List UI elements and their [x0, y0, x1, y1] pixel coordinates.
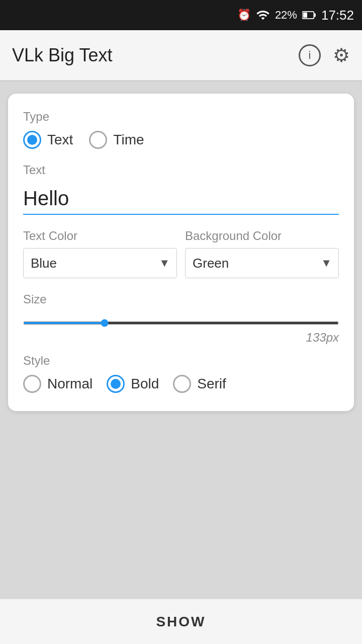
signal-icon	[256, 8, 270, 22]
size-display: 133px	[306, 331, 339, 344]
style-normal-option[interactable]: Normal	[23, 375, 93, 393]
show-button[interactable]: SHOW	[0, 599, 362, 644]
type-label: Type	[23, 110, 339, 124]
text-color-field: Text Color Blue Red Green Black White Ye…	[23, 229, 177, 278]
style-serif-option[interactable]: Serif	[173, 375, 226, 393]
color-row: Text Color Blue Red Green Black White Ye…	[23, 229, 339, 278]
status-time: 17:52	[321, 8, 354, 23]
svg-rect-2	[303, 13, 307, 18]
app-title: VLk Big Text	[12, 45, 299, 66]
bottom-bar: SHOW	[0, 599, 362, 644]
slider-container	[23, 317, 339, 327]
battery-text: 22%	[275, 9, 297, 22]
size-slider[interactable]	[23, 321, 339, 325]
bg-color-select[interactable]: Green Blue Red Black White Yellow	[185, 248, 339, 278]
text-label: Text	[23, 163, 339, 177]
style-serif-radio[interactable]	[173, 375, 191, 393]
style-bold-radio[interactable]	[107, 375, 125, 393]
size-label: Size	[23, 292, 47, 306]
text-input-wrapper	[23, 184, 339, 215]
size-label-row: Size	[23, 292, 339, 313]
bg-color-dropdown-wrapper: Green Blue Red Black White Yellow ▼	[185, 248, 339, 278]
alarm-icon: ⏰	[237, 9, 251, 22]
style-normal-radio[interactable]	[23, 375, 41, 393]
app-bar: VLk Big Text i ⚙	[0, 30, 362, 80]
settings-button[interactable]: ⚙	[333, 44, 350, 66]
style-bold-option[interactable]: Bold	[107, 375, 159, 393]
type-text-label: Text	[47, 132, 73, 148]
text-section: Text	[23, 163, 339, 215]
status-bar: ⏰ 22% 17:52	[0, 0, 362, 30]
type-radio-group: Text Time	[23, 131, 339, 149]
text-color-label: Text Color	[23, 229, 177, 243]
type-text-radio-inner	[27, 135, 37, 145]
text-color-select[interactable]: Blue Red Green Black White Yellow	[23, 248, 177, 278]
style-normal-label: Normal	[47, 376, 93, 392]
settings-card: Type Text Time Text Text Color	[8, 94, 354, 411]
style-bold-radio-inner	[111, 379, 121, 389]
style-section: Style Normal Bold Serif	[23, 354, 339, 393]
type-text-option[interactable]: Text	[23, 131, 73, 149]
style-bold-label: Bold	[131, 376, 159, 392]
style-serif-label: Serif	[197, 376, 226, 392]
type-time-radio[interactable]	[89, 131, 107, 149]
style-label: Style	[23, 354, 339, 368]
battery-icon	[302, 10, 316, 21]
size-section: Size 133px	[23, 292, 339, 345]
type-text-radio[interactable]	[23, 131, 41, 149]
type-time-option[interactable]: Time	[89, 131, 144, 149]
main-content: Type Text Time Text Text Color	[0, 82, 362, 423]
bg-color-label: Background Color	[185, 229, 339, 243]
text-color-dropdown-wrapper: Blue Red Green Black White Yellow ▼	[23, 248, 177, 278]
app-bar-icons: i ⚙	[299, 44, 350, 66]
bg-color-field: Background Color Green Blue Red Black Wh…	[185, 229, 339, 278]
type-time-label: Time	[113, 132, 144, 148]
style-radio-group: Normal Bold Serif	[23, 375, 339, 393]
text-input[interactable]	[23, 184, 339, 215]
svg-rect-1	[314, 14, 316, 17]
info-button[interactable]: i	[299, 44, 321, 66]
